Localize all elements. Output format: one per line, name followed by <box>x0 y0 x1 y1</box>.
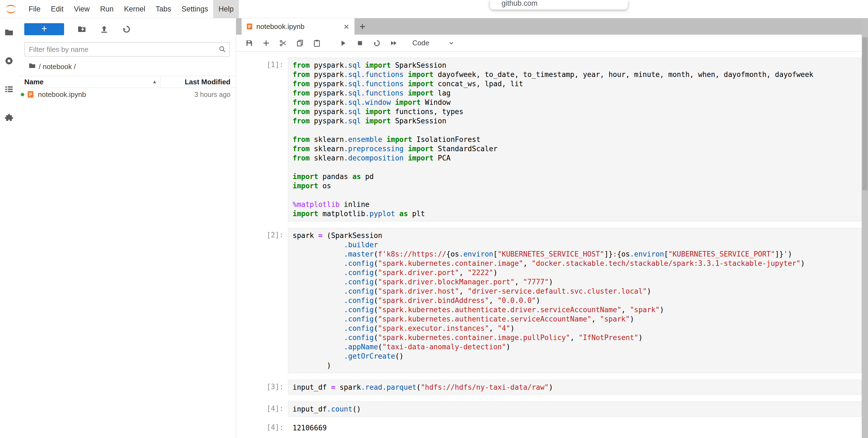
file-filter-input[interactable] <box>24 42 229 57</box>
paste-cells-button[interactable] <box>312 39 321 48</box>
menu-item-help[interactable]: Help <box>213 0 239 18</box>
refresh-button[interactable] <box>122 25 131 34</box>
name-column-label: Name <box>24 78 43 86</box>
add-cell-button[interactable] <box>262 39 271 48</box>
copy-cells-button[interactable] <box>296 39 304 48</box>
new-launcher-label: + <box>41 24 47 34</box>
file-filter <box>24 42 229 57</box>
sort-ascending-icon: ▲ <box>152 79 157 85</box>
scrollbar-thumb[interactable] <box>862 37 867 190</box>
new-launcher-button[interactable]: + <box>24 23 64 35</box>
notebook-cell: [4]:input_df.count() <box>236 402 862 417</box>
sidebar-tab-table-of-contents[interactable] <box>0 76 18 104</box>
file-list-header: Name ▲ Last Modified <box>18 76 236 88</box>
main-area: notebook.ipynb× + Code [1]:from py <box>236 18 868 438</box>
cell-type-dropdown[interactable]: Code <box>412 39 455 47</box>
menu-item-settings[interactable]: Settings <box>177 0 214 18</box>
cell-input-prompt: [4]: <box>236 402 288 417</box>
toc-icon <box>4 84 14 95</box>
notebook-file-icon <box>27 91 34 98</box>
cell-editor[interactable]: input_df.count() <box>288 402 862 417</box>
notebook-toolbar: Code <box>236 35 868 52</box>
cell-editor[interactable]: from pyspark.sql import SparkSession fro… <box>288 58 862 221</box>
notebook-cell: [3]:input_df = spark.read.parquet("hdfs:… <box>236 380 862 395</box>
cell-output: [4]:12106669 <box>236 423 862 433</box>
notebook-scrollbar[interactable] <box>862 18 868 438</box>
cell-editor[interactable]: spark = (SparkSession .builder .master(f… <box>288 228 862 373</box>
menu-item-kernel[interactable]: Kernel <box>119 0 151 18</box>
cell-input-prompt: [3]: <box>236 380 288 395</box>
upload-button[interactable] <box>99 25 109 34</box>
cell-type-value: Code <box>412 39 429 47</box>
sidebar-tab-extensions[interactable] <box>0 104 18 133</box>
site-name: github.com <box>501 0 628 8</box>
running-circle-icon <box>4 56 14 67</box>
search-icon <box>218 45 226 53</box>
tab-list: notebook.ipynb× <box>242 18 354 35</box>
save-button[interactable] <box>245 39 254 48</box>
menu-item-edit[interactable]: Edit <box>46 0 69 18</box>
file-row[interactable]: notebook.ipynb3 hours ago <box>18 88 236 101</box>
menu-bar: FileEditViewRunKernelTabsSettingsHelp <box>0 0 868 18</box>
breadcrumb-path: / notebook / <box>39 62 76 71</box>
column-header-name[interactable]: Name ▲ <box>18 76 161 88</box>
cell-output-prompt: [4]: <box>236 423 288 433</box>
site-permission-popup: github.com <box>490 0 628 9</box>
file-browser-panel: + / notebook / Name ▲ Last Modified <box>18 18 236 438</box>
menu-item-file[interactable]: File <box>24 0 46 18</box>
jupyter-logo-icon <box>4 2 18 16</box>
cell-input-prompt: [2]: <box>236 228 288 373</box>
menu-item-run[interactable]: Run <box>95 0 119 18</box>
menu-item-view[interactable]: View <box>69 0 95 18</box>
sidebar-tab-running-kernels[interactable] <box>0 47 18 76</box>
last-modified-column-label: Last Modified <box>185 78 230 86</box>
restart-kernel-button[interactable] <box>373 39 381 48</box>
cut-cells-button[interactable] <box>279 39 287 48</box>
tab-close-icon[interactable]: × <box>342 22 350 31</box>
sidebar-tab-file-browser[interactable] <box>0 19 18 47</box>
cell-output-text: 12106669 <box>288 423 862 433</box>
folder-icon <box>4 28 14 38</box>
column-header-last-modified[interactable]: Last Modified <box>161 76 236 88</box>
tab-notebook[interactable]: notebook.ipynb× <box>242 18 354 35</box>
new-folder-button[interactable] <box>77 25 87 34</box>
run-cell-button[interactable] <box>339 39 347 48</box>
interrupt-kernel-button[interactable] <box>355 39 364 48</box>
restart-run-all-button[interactable] <box>390 39 398 48</box>
notebook-cell: [2]:spark = (SparkSession .builder .mast… <box>236 228 862 373</box>
notebook-cell: [1]:from pyspark.sql import SparkSession… <box>236 58 862 221</box>
running-kernel-dot <box>21 93 24 96</box>
notebook-content[interactable]: [1]:from pyspark.sql import SparkSession… <box>236 52 868 438</box>
menu-item-tabs[interactable]: Tabs <box>151 0 177 18</box>
puzzle-icon <box>4 113 14 124</box>
file-name: notebook.ipynb <box>38 90 194 99</box>
file-modified: 3 hours ago <box>194 91 230 98</box>
cell-input-prompt: [1]: <box>236 58 288 221</box>
menu-items: FileEditViewRunKernelTabsSettingsHelp <box>24 0 239 18</box>
new-tab-button[interactable]: + <box>354 18 370 35</box>
cell-editor[interactable]: input_df = spark.read.parquet("hdfs://hd… <box>288 380 862 395</box>
activity-bar <box>0 18 18 438</box>
folder-icon <box>28 62 36 71</box>
notebook-tab-icon <box>246 23 253 30</box>
breadcrumb[interactable]: / notebook / <box>28 62 236 71</box>
dock-tab-bar: notebook.ipynb× + <box>236 18 868 35</box>
jupyterlab-window: FileEditViewRunKernelTabsSettingsHelp + <box>0 0 868 438</box>
file-browser-toolbar: + <box>18 18 236 40</box>
chevron-down-icon <box>448 39 455 47</box>
tab-label: notebook.ipynb <box>256 22 339 31</box>
file-list: notebook.ipynb3 hours ago <box>18 88 236 101</box>
